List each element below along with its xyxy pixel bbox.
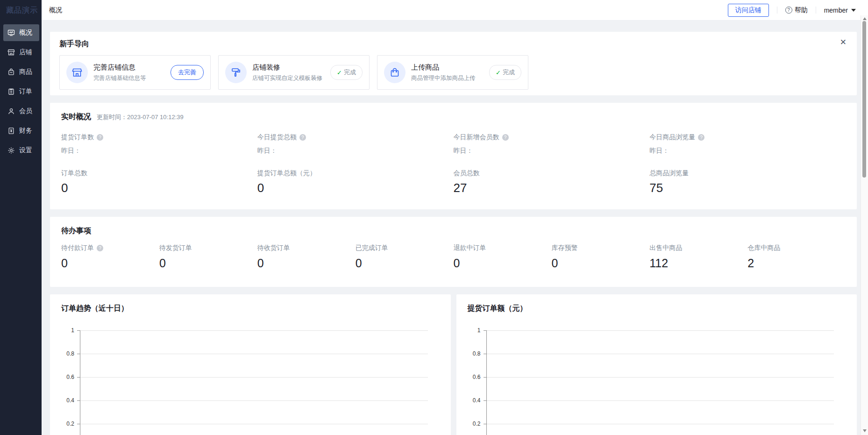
y-axis [80, 330, 80, 435]
guide-item-shop-info: 完善店铺信息 完善店铺基础信息等 去完善 [59, 55, 211, 90]
charts-row: 订单趋势（近十日） 1 0.8 0.6 0.4 0.2 提货 [50, 294, 857, 435]
question-icon[interactable]: ? [502, 134, 509, 141]
sidebar-item-goods[interactable]: 商品 [3, 64, 39, 80]
todo-label: 出售中商品 [649, 244, 682, 252]
sidebar-item-label: 店铺 [19, 48, 32, 57]
sidebar-menu: 概况 店铺 商品 订单 会员 [0, 21, 42, 159]
todo-value: 2 [747, 257, 846, 270]
todo-label: 库存预警 [551, 244, 577, 252]
stat-pickup-orders: 提货订单数 ? 昨日： 订单总数 0 [61, 133, 257, 195]
todo-label: 待收货订单 [257, 244, 290, 252]
question-icon[interactable]: ? [97, 134, 103, 141]
gridline [80, 400, 428, 401]
todo-value: 0 [551, 257, 649, 270]
y-tick-label: 0.2 [468, 421, 481, 427]
yesterday-label: 昨日： [257, 147, 454, 155]
todo-label: 待发货订单 [159, 244, 192, 252]
paint-roller-icon [225, 62, 247, 83]
guide-items: 完善店铺信息 完善店铺基础信息等 去完善 店铺装修 店铺可实现自定义模板装修 ✓… [59, 55, 847, 90]
sidebar-item-label: 订单 [19, 87, 32, 96]
user-dropdown[interactable]: member [824, 7, 856, 14]
go-complete-button[interactable]: 去完善 [171, 65, 204, 80]
todo-label: 待付款订单 [61, 244, 94, 252]
realtime-stats: 提货订单数 ? 昨日： 订单总数 0 今日提货总额 ? 昨日： 提货订单总额（元… [61, 133, 846, 195]
help-menu[interactable]: ? 帮助 [785, 6, 808, 14]
todo-value: 0 [356, 257, 454, 270]
total-value: 0 [257, 181, 454, 195]
scrollbar-thumb[interactable] [862, 21, 866, 178]
sidebar-item-label: 设置 [19, 146, 32, 155]
todo-value: 0 [257, 257, 356, 270]
visit-shop-button[interactable]: 访问店铺 [728, 4, 769, 17]
stat-pickup-amount: 今日提货总额 ? 昨日： 提货订单总额（元） 0 [257, 133, 454, 195]
yesterday-label: 昨日： [649, 147, 846, 155]
y-tick-label: 0.6 [61, 374, 74, 380]
todo-item-in-warehouse[interactable]: 仓库中商品 2 [747, 244, 846, 270]
sidebar-item-members[interactable]: 会员 [3, 103, 39, 120]
todo-item-unshipped[interactable]: 待发货订单 0 [159, 244, 257, 270]
chart-title: 订单趋势（近十日） [61, 304, 440, 314]
total-label: 订单总数 [61, 169, 257, 178]
todo-item-refunding[interactable]: 退款中订单 0 [454, 244, 552, 270]
sidebar-item-label: 商品 [19, 68, 32, 76]
topbar: 概况 访问店铺 ? 帮助 member [42, 0, 868, 21]
todo-item-on-sale[interactable]: 出售中商品 112 [649, 244, 747, 270]
todo-label: 已完成订单 [356, 244, 388, 252]
store-icon [66, 62, 88, 83]
user-name: member [824, 7, 848, 14]
sidebar-item-finance[interactable]: 财务 [3, 122, 39, 139]
y-tick-label: 0.4 [61, 397, 74, 404]
chart-title: 提货订单额（元） [468, 304, 846, 314]
stat-label: 提货订单数 [61, 133, 94, 142]
todo-item-unpaid[interactable]: 待付款订单 ? 0 [61, 244, 159, 270]
question-icon[interactable]: ? [698, 134, 704, 141]
todo-value: 112 [649, 257, 747, 270]
question-icon[interactable]: ? [299, 134, 306, 141]
y-axis [486, 330, 487, 435]
divider [777, 7, 777, 14]
goods-icon [7, 68, 15, 76]
chevron-down-icon [851, 9, 856, 12]
close-icon[interactable]: ✕ [840, 38, 847, 46]
order-trend-chart: 1 0.8 0.6 0.4 0.2 [61, 319, 440, 435]
guide-item-shop-decorate: 店铺装修 店铺可实现自定义模板装修 ✓ 完成 [218, 55, 370, 90]
sidebar-item-orders[interactable]: 订单 [3, 83, 39, 100]
gridline [486, 354, 834, 354]
todo-items: 待付款订单 ? 0 待发货订单 0 待收货订单 0 已完成订单 0 退款中订单 … [61, 244, 846, 270]
gridline [80, 354, 428, 354]
pickup-amount-chart-card: 提货订单额（元） 1 0.8 0.6 0.4 0.2 [456, 294, 857, 435]
guide-item-desc: 店铺可实现自定义模板装修 [252, 74, 330, 82]
sidebar-item-label: 会员 [19, 107, 32, 115]
y-tick-label: 1 [61, 327, 74, 334]
gridline [486, 330, 834, 331]
stat-new-members: 今日新增会员数 ? 昨日： 会员总数 27 [454, 133, 650, 195]
done-badge: ✓ 完成 [489, 65, 521, 80]
app-logo: 藏品演示 [0, 0, 42, 21]
sidebar-item-label: 概况 [19, 29, 32, 37]
check-icon: ✓ [337, 69, 342, 76]
sidebar-item-settings[interactable]: 设置 [3, 142, 39, 159]
question-icon[interactable]: ? [97, 245, 103, 251]
help-label: 帮助 [795, 6, 808, 14]
guide-item-text: 完善店铺信息 完善店铺基础信息等 [93, 63, 171, 82]
y-tick-label: 1 [468, 327, 481, 334]
todo-label: 退款中订单 [454, 244, 486, 252]
vertical-scrollbar [861, 15, 868, 435]
sidebar-item-shop[interactable]: 店铺 [3, 44, 39, 61]
done-label: 完成 [503, 68, 515, 77]
todo-item-stock-warning[interactable]: 库存预警 0 [551, 244, 649, 270]
todo-item-completed[interactable]: 已完成订单 0 [356, 244, 454, 270]
y-tick-label: 0.6 [468, 374, 481, 380]
todo-item-unreceived[interactable]: 待收货订单 0 [257, 244, 356, 270]
total-value: 27 [454, 181, 650, 195]
y-tick-label: 0.2 [61, 421, 74, 427]
help-circle-icon: ? [785, 7, 792, 14]
guide-item-text: 店铺装修 店铺可实现自定义模板装修 [252, 63, 330, 82]
guide-item-desc: 商品管理中添加商品上传 [411, 74, 489, 82]
sidebar-item-overview[interactable]: 概况 [3, 24, 39, 41]
members-icon [7, 107, 15, 115]
guide-item-upload-goods: 上传商品 商品管理中添加商品上传 ✓ 完成 [377, 55, 528, 90]
check-icon: ✓ [496, 69, 501, 76]
done-label: 完成 [344, 68, 356, 77]
scroll-down-arrow-icon[interactable] [861, 428, 868, 434]
